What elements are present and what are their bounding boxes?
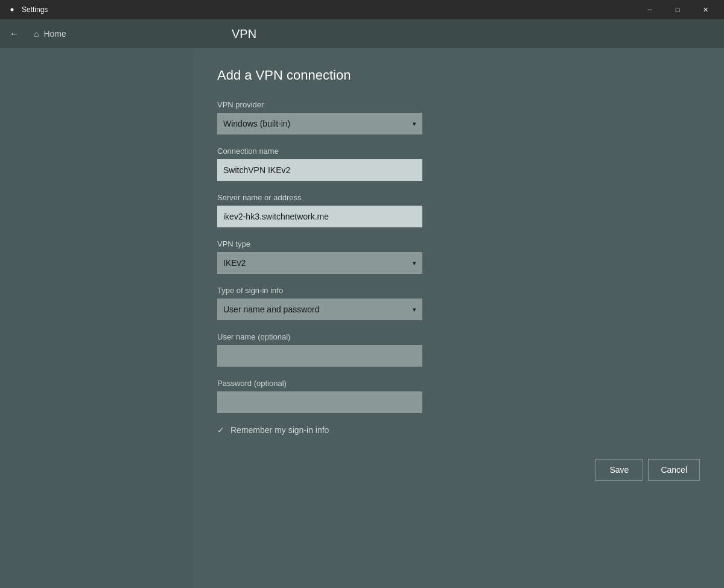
nav-page-title: VPN xyxy=(222,27,256,41)
content-area: Add a VPN connection VPN provider Window… xyxy=(0,48,724,588)
vpn-provider-group: VPN provider Windows (built-in) ▾ xyxy=(217,100,700,134)
password-input[interactable] xyxy=(217,391,422,413)
remember-signin-group: ✓ Remember my sign-in info xyxy=(217,425,700,435)
main-content: Add a VPN connection VPN provider Window… xyxy=(193,48,724,588)
sign-in-info-group: Type of sign-in info User name and passw… xyxy=(217,286,700,320)
back-button[interactable]: ← xyxy=(0,19,29,48)
nav-bar: ← ⌂ Home VPN xyxy=(0,19,724,48)
title-bar-left: Settings xyxy=(7,5,48,14)
connection-name-label: Connection name xyxy=(217,147,700,156)
remember-signin-label: Remember my sign-in info xyxy=(230,425,329,435)
cancel-button[interactable]: Cancel xyxy=(648,459,700,481)
settings-app-icon xyxy=(7,5,17,14)
maximize-button[interactable]: □ xyxy=(664,0,691,19)
username-label: User name (optional) xyxy=(217,332,700,341)
svg-point-0 xyxy=(11,8,14,11)
vpn-type-select[interactable]: IKEv2 xyxy=(217,252,422,274)
page-heading: Add a VPN connection xyxy=(217,68,700,83)
vpn-provider-select[interactable]: Windows (built-in) xyxy=(217,113,422,134)
nav-home-label: Home xyxy=(43,29,66,39)
footer-buttons: Save Cancel xyxy=(217,459,700,481)
server-name-group: Server name or address xyxy=(217,193,700,227)
sign-in-info-select[interactable]: User name and password xyxy=(217,299,422,320)
close-button[interactable]: ✕ xyxy=(691,0,719,19)
connection-name-input[interactable] xyxy=(217,159,422,181)
server-name-input[interactable] xyxy=(217,206,422,227)
checkbox-check-icon: ✓ xyxy=(217,425,224,435)
connection-name-group: Connection name xyxy=(217,147,700,181)
title-bar: Settings ─ □ ✕ xyxy=(0,0,724,19)
nav-sidebar: ⌂ Home xyxy=(29,19,222,48)
username-group: User name (optional) xyxy=(217,332,700,367)
server-name-label: Server name or address xyxy=(217,193,700,202)
sidebar xyxy=(0,48,193,588)
password-label: Password (optional) xyxy=(217,379,700,388)
minimize-button[interactable]: ─ xyxy=(636,0,664,19)
password-group: Password (optional) xyxy=(217,379,700,413)
title-bar-title: Settings xyxy=(22,5,48,14)
home-icon: ⌂ xyxy=(34,29,39,39)
vpn-provider-label: VPN provider xyxy=(217,100,700,109)
vpn-type-select-wrapper[interactable]: IKEv2 ▾ xyxy=(217,252,422,274)
vpn-type-group: VPN type IKEv2 ▾ xyxy=(217,239,700,274)
save-button[interactable]: Save xyxy=(595,459,643,481)
title-bar-controls: ─ □ ✕ xyxy=(636,0,719,19)
sign-in-info-select-wrapper[interactable]: User name and password ▾ xyxy=(217,299,422,320)
sign-in-info-label: Type of sign-in info xyxy=(217,286,700,295)
vpn-type-label: VPN type xyxy=(217,239,700,248)
app-window: ← ⌂ Home VPN Add a VPN connection VPN pr… xyxy=(0,19,724,588)
back-icon: ← xyxy=(10,28,19,39)
username-input[interactable] xyxy=(217,345,422,367)
vpn-provider-select-wrapper[interactable]: Windows (built-in) ▾ xyxy=(217,113,422,134)
